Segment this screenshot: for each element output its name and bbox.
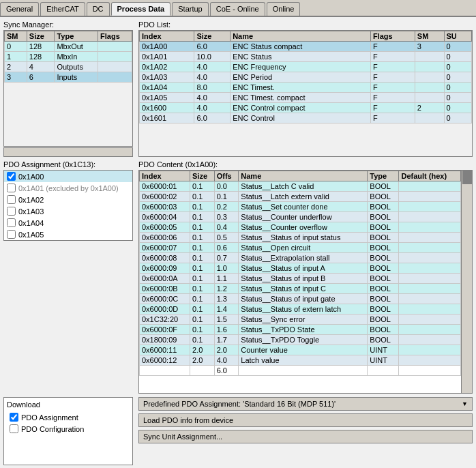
pdo-assignment-section: PDO Assignment (0x1C13): 0x1A000x1A01 (e… [3,160,133,394]
pdo-col-sm: SM [415,31,444,42]
table-row[interactable]: 36Inputs [5,72,132,83]
pdo-item-label: 0x1A00 [18,173,44,181]
sm-col-type: Type [55,31,98,42]
table-row[interactable]: 0x6000:040.10.3Status__Counter underflow… [140,212,461,222]
pdo-list-table-container[interactable]: Index Size Name Flags SM SU 0x1A006.0ENC… [138,30,473,157]
sync-manager-table: SM Size Type Flags 0128MbxOut1128MbxIn24… [4,31,132,83]
pc-col-default: Default (hex) [399,171,461,181]
list-item[interactable]: 0x1A00 [4,171,132,182]
top-row: Sync Manager: SM Size Type Flags 0128Mbx… [3,20,473,157]
table-row[interactable]: 0x1A054.0ENC Timest. compactF0 [140,93,472,103]
pdo-item-label: 0x1A03 [18,207,44,216]
sm-col-flags: Flags [98,31,132,42]
pdo-item-label: 0x1A04 [18,219,44,227]
pdo-col-su: SU [444,31,472,42]
pdo-item-checkbox[interactable] [7,218,16,227]
predefined-pdo-button[interactable]: Predefined PDO Assignment: 'Standard 16 … [138,397,473,411]
tab-bar: GeneralEtherCATDCProcess DataStartupCoE … [0,0,476,17]
tab-coe---online[interactable]: CoE - Online [210,2,265,16]
pdo-item-checkbox[interactable] [7,184,16,192]
table-row[interactable]: 0x6000:0F0.11.6Status__TxPDO StateBOOL [140,325,461,335]
content-scrollbar[interactable] [461,171,472,393]
table-row[interactable]: 1128MbxIn [5,52,132,62]
sm-col-sm: SM [5,31,27,42]
pdo-assignment-checkbox[interactable] [10,413,18,422]
pdo-assignment-list[interactable]: 0x1A000x1A01 (excluded by 0x1A00)0x1A020… [3,170,133,241]
table-row[interactable]: 0x6000:122.04.0Latch valueUINT [140,355,461,366]
load-pdo-button[interactable]: Load PDO info from device [138,413,473,427]
table-row[interactable]: 0x6000:020.10.1Status__Latch extern vali… [140,192,461,202]
main-content: Sync Manager: SM Size Type Flags 0128Mbx… [0,17,476,468]
bottom-row: Download PDO Assignment PDO Configuratio… [3,397,473,465]
list-item[interactable]: 0x1A02 [4,194,132,205]
table-row[interactable]: 0x1C32:200.11.5Status__Sync errorBOOL [140,315,461,325]
pdo-item-checkbox[interactable] [7,172,16,181]
table-row[interactable]: 0x1A024.0ENC FrequencyF0 [140,62,472,72]
pdo-col-name: Name [230,31,371,42]
pdo-content-section: PDO Content (0x1A00): Index Size Offs Na… [138,160,473,394]
table-row[interactable]: 24Outputs [5,62,132,72]
sync-manager-scrollbar[interactable] [3,147,133,157]
pdo-content-table: Index Size Offs Name Type Default (hex) … [139,171,461,376]
pc-col-size: Size [190,171,215,181]
table-row[interactable]: 0x6000:030.10.2Status__Set counter doneB… [140,202,461,212]
table-row[interactable]: 0x6000:060.10.5Status__Status of input s… [140,233,461,243]
pdo-item-checkbox[interactable] [7,207,16,216]
table-row[interactable]: 0128MbxOut [5,42,132,52]
sync-manager-label: Sync Manager: [3,20,133,29]
table-row[interactable]: 0x6000:010.10.0Status__Latch C validBOOL [140,181,461,192]
tab-process-data[interactable]: Process Data [111,2,171,16]
pdo-configuration-checkbox[interactable] [10,424,18,433]
sync-unit-label: Sync Unit Assignment... [143,433,222,441]
pdo-item-checkbox[interactable] [7,230,16,239]
pdo-item-checkbox[interactable] [7,195,16,204]
pdo-item-label: 0x1A01 (excluded by 0x1A00) [18,184,119,192]
middle-row: PDO Assignment (0x1C13): 0x1A000x1A01 (e… [3,160,473,394]
pdo-item-label: 0x1A05 [18,231,44,239]
pdo-col-size: Size [194,31,230,42]
table-row[interactable]: 0x1A048.0ENC Timest.F0 [140,83,472,93]
table-row[interactable]: 0x6000:0B0.11.2Status__Status of input C… [140,284,461,294]
table-row[interactable]: 0x1A006.0ENC Status compactF30 [140,42,472,52]
sync-manager-section: Sync Manager: SM Size Type Flags 0128Mbx… [3,20,133,157]
tab-general[interactable]: General [0,2,39,16]
table-row[interactable]: 0x1A0110.0ENC StatusF0 [140,52,472,62]
pdo-configuration-checkbox-item[interactable]: PDO Configuration [7,423,130,435]
table-row[interactable]: 0x6000:070.10.6Status__Open circuitBOOL [140,243,461,253]
pc-col-index: Index [140,171,190,181]
pdo-assignment-checkbox-item[interactable]: PDO Assignment [7,411,130,423]
pdo-content-label: PDO Content (0x1A00): [138,160,473,169]
pdo-list-label: PDO List: [138,20,473,29]
tab-online[interactable]: Online [267,2,301,16]
pc-col-offs: Offs [214,171,239,181]
table-row[interactable]: 0x1A034.0ENC PeriodF0 [140,72,472,83]
table-row[interactable]: 0x6000:0A0.11.1Status__Status of input B… [140,274,461,284]
table-row[interactable]: 0x16004.0ENC Control compactF20 [140,103,472,113]
pdo-assignment-checkbox-label: PDO Assignment [21,413,78,422]
table-row[interactable]: 6.0 [140,366,461,376]
pdo-list-section: PDO List: Index Size Name Flags SM SU [138,20,473,157]
table-row[interactable]: 0x6000:080.10.7Status__Extrapolation sta… [140,253,461,263]
table-row[interactable]: 0x6000:050.10.4Status__Counter overflowB… [140,222,461,233]
table-row[interactable]: 0x6000:0C0.11.3Status__Status of input g… [140,294,461,304]
sync-manager-table-container[interactable]: SM Size Type Flags 0128MbxOut1128MbxIn24… [3,30,133,147]
pdo-content-table-container[interactable]: Index Size Offs Name Type Default (hex) … [138,170,473,394]
download-label: Download [7,400,130,409]
tab-ethercat[interactable]: EtherCAT [40,2,85,16]
table-row[interactable]: 0x1800:090.11.7Status__TxPDO ToggleBOOL [140,335,461,345]
tab-dc[interactable]: DC [87,2,110,16]
tab-startup[interactable]: Startup [172,2,208,16]
table-row[interactable]: 0x6000:090.11.0Status__Status of input A… [140,263,461,274]
list-item[interactable]: 0x1A01 (excluded by 0x1A00) [4,182,132,194]
list-item[interactable]: 0x1A04 [4,217,132,229]
list-item[interactable]: 0x1A03 [4,205,132,217]
load-pdo-label: Load PDO info from device [143,416,233,424]
pdo-list-table: Index Size Name Flags SM SU 0x1A006.0ENC… [139,31,472,123]
pdo-col-flags: Flags [370,31,415,42]
table-row[interactable]: 0x6000:112.02.0Counter valueUINT [140,345,461,355]
table-row[interactable]: 0x6000:0D0.11.4Status__Status of extern … [140,304,461,315]
right-buttons: Predefined PDO Assignment: 'Standard 16 … [138,397,473,465]
table-row[interactable]: 0x16016.0ENC ControlF0 [140,113,472,123]
list-item[interactable]: 0x1A05 [4,229,132,240]
sync-unit-button[interactable]: Sync Unit Assignment... [138,430,473,443]
